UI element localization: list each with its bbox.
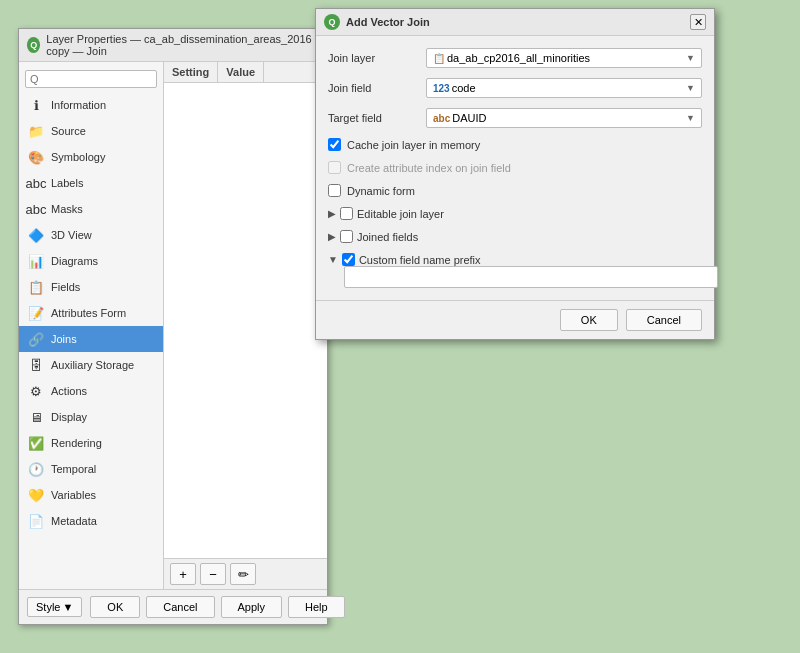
join-layer-combo-icon: 📋 [433,53,445,64]
cache-join-checkbox[interactable] [328,138,341,151]
join-layer-combo[interactable]: 📋 da_ab_cp2016_all_minorities ▼ [426,48,702,68]
custom-field-checkbox[interactable] [342,253,355,266]
editable-join-expand-checkbox[interactable] [340,207,353,220]
dialog-cancel-button[interactable]: Cancel [626,309,702,331]
joined-fields-arrow-icon: ▶ [328,231,336,242]
editable-join-row[interactable]: ▶ Editable join layer [328,207,702,220]
target-field-row: Target field abc DAUID ▼ [328,108,702,128]
join-layer-row: Join layer 📋 da_ab_cp2016_all_minorities… [328,48,702,68]
dynamic-form-checkbox[interactable] [328,184,341,197]
join-field-row: Join field 123 code ▼ [328,78,702,98]
target-field-arrow-icon: ▼ [686,113,695,123]
editable-join-arrow-icon: ▶ [328,208,336,219]
join-field-label: Join field [328,82,418,94]
joined-fields-label: Joined fields [357,231,418,243]
dialog-qgis-icon: Q [324,14,340,30]
join-field-value: code [452,82,686,94]
dialog-ok-button[interactable]: OK [560,309,618,331]
dialog-titlebar: Q Add Vector Join ✕ [316,9,714,36]
target-field-label: Target field [328,112,418,124]
dialog-close-button[interactable]: ✕ [690,14,706,30]
dialog-footer: OK Cancel [316,300,714,339]
custom-field-header[interactable]: ▼ Custom field name prefix [328,253,702,266]
join-layer-label: Join layer [328,52,418,64]
custom-field-label: Custom field name prefix [359,254,481,266]
target-field-combo-icon: abc [433,113,450,124]
joined-fields-expand-checkbox[interactable] [340,230,353,243]
dialog-title-left: Q Add Vector Join [324,14,430,30]
join-layer-arrow-icon: ▼ [686,53,695,63]
dynamic-form-label: Dynamic form [347,185,415,197]
custom-field-arrow-icon: ▼ [328,254,338,265]
create-index-label: Create attribute index on join field [347,162,511,174]
editable-join-label: Editable join layer [357,208,444,220]
add-vector-join-dialog: Q Add Vector Join ✕ Join layer 📋 da_ab_c… [315,8,715,340]
target-field-value: DAUID [452,112,686,124]
join-layer-value: da_ab_cp2016_all_minorities [447,52,686,64]
join-field-combo-icon: 123 [433,83,450,94]
dialog-title: Add Vector Join [346,16,430,28]
create-index-checkbox[interactable] [328,161,341,174]
dialog-body: Join layer 📋 da_ab_cp2016_all_minorities… [316,36,714,300]
joined-fields-row[interactable]: ▶ Joined fields [328,230,702,243]
dialog-overlay: Q Add Vector Join ✕ Join layer 📋 da_ab_c… [0,0,800,653]
create-index-row: Create attribute index on join field [328,161,702,174]
join-field-arrow-icon: ▼ [686,83,695,93]
dynamic-form-row: Dynamic form [328,184,702,197]
join-field-combo[interactable]: 123 code ▼ [426,78,702,98]
cache-join-label: Cache join layer in memory [347,139,480,151]
custom-field-section: ▼ Custom field name prefix [328,253,702,288]
target-field-combo[interactable]: abc DAUID ▼ [426,108,702,128]
custom-field-input[interactable] [344,266,718,288]
cache-join-row: Cache join layer in memory [328,138,702,151]
